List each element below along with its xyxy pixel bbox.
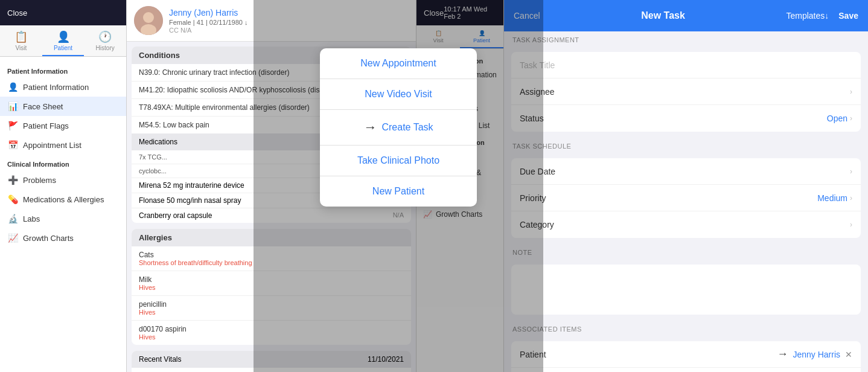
visit-icon: 📋 xyxy=(14,30,28,43)
tab-visit[interactable]: 📋 Visit xyxy=(0,25,42,56)
sidebar-item-face-sheet-label: Face Sheet xyxy=(23,102,63,111)
med-name: Flonase 50 mcg/inh nasal spray xyxy=(139,196,241,205)
popup-menu: New Appointment New Video Visit → Create… xyxy=(320,48,477,207)
status-value-text: Open xyxy=(827,114,847,123)
sidebar-item-face-sheet[interactable]: 📊 Face Sheet xyxy=(0,97,126,116)
problems-icon: ➕ xyxy=(7,175,18,185)
create-task-button[interactable]: → Create Task xyxy=(320,110,477,146)
associated-section: Patient → Jenny Harris ✕ Add Associated … xyxy=(511,341,861,372)
sidebar-item-patient-flags[interactable]: 🚩 Patient Flags xyxy=(0,116,126,135)
left-sidebar: Patient Information 👤 Patient Informatio… xyxy=(0,57,126,372)
left-top-bar: Close xyxy=(0,0,126,25)
assignee-field[interactable]: Assignee › xyxy=(511,79,861,105)
left-close-button[interactable]: Close xyxy=(7,8,27,18)
face-sheet-icon: 📊 xyxy=(7,101,18,112)
new-video-visit-button[interactable]: New Video Visit xyxy=(320,79,477,110)
chart-icon: 📈 xyxy=(7,232,18,243)
med-name: Cranberry oral capsule xyxy=(139,211,212,220)
create-task-arrow: → xyxy=(363,120,377,135)
left-panel: Close 📋 Visit 👤 Patient 🕐 History Patien… xyxy=(0,0,127,372)
remove-patient-button[interactable]: ✕ xyxy=(845,350,852,359)
assignee-value: › xyxy=(850,88,852,96)
sidebar-item-medications-allergies[interactable]: 💊 Medications & Allergies xyxy=(0,190,126,209)
task-form: TASK ASSIGNMENT Assignee › Status Open ›… xyxy=(504,31,868,372)
note-section xyxy=(511,265,861,315)
person-icon: 👤 xyxy=(7,82,18,92)
vitals-title: Recent Vitals xyxy=(139,355,181,364)
sidebar-item-growth-charts-label: Growth Charts xyxy=(23,234,74,243)
sidebar-item-problems-label: Problems xyxy=(23,176,56,185)
add-associated-button[interactable]: Add Associated Item xyxy=(511,368,861,372)
due-date-chevron-icon: › xyxy=(850,167,852,176)
category-field[interactable]: Category › xyxy=(511,211,861,238)
med-name: cyclobc... xyxy=(139,167,167,175)
tab-history[interactable]: 🕐 History xyxy=(84,25,126,56)
sidebar-item-appointment-list-label: Appointment List xyxy=(23,141,81,150)
schedule-section-label: TASK SCHEDULE xyxy=(504,138,868,152)
priority-value: Medium › xyxy=(817,193,852,203)
task-panel-title: New Task xyxy=(641,10,685,21)
task-top-right: Templates↓ Save xyxy=(786,11,858,21)
category-chevron-icon: › xyxy=(850,220,852,229)
templates-button[interactable]: Templates↓ xyxy=(786,11,829,21)
save-button[interactable]: Save xyxy=(838,11,858,21)
sidebar-item-growth-charts[interactable]: 📈 Growth Charts xyxy=(0,228,126,248)
due-date-field[interactable]: Due Date › xyxy=(511,158,861,185)
note-textarea[interactable] xyxy=(511,265,861,313)
main-area: Jenny (Jen) Harris Female | 41 | 02/11/1… xyxy=(127,0,416,372)
sidebar-item-patient-flags-label: Patient Flags xyxy=(23,121,69,130)
take-clinical-photo-button[interactable]: Take Clinical Photo xyxy=(320,146,477,176)
task-top-bar: Cancel New Task Templates↓ Save xyxy=(504,0,868,31)
tab-history-label: History xyxy=(96,45,115,51)
status-value: Open › xyxy=(827,114,852,123)
popup-overlay[interactable]: New Appointment New Video Visit → Create… xyxy=(254,0,543,372)
tab-patient[interactable]: 👤 Patient xyxy=(42,25,85,56)
status-chevron-icon: › xyxy=(850,114,852,123)
priority-chevron-icon: › xyxy=(850,194,852,202)
task-title-field xyxy=(511,52,861,79)
medications-icon: 💊 xyxy=(7,194,18,205)
sidebar-item-patient-info-label: Patient Information xyxy=(23,83,89,92)
sidebar-item-patient-information[interactable]: 👤 Patient Information xyxy=(0,77,126,97)
assignment-section: Assignee › Status Open › xyxy=(511,52,861,132)
tab-patient-label: Patient xyxy=(54,45,72,51)
history-icon: 🕐 xyxy=(98,30,112,43)
task-title-input[interactable] xyxy=(511,53,861,77)
associated-patient-value: Jenny Harris xyxy=(793,350,840,359)
new-appointment-button[interactable]: New Appointment xyxy=(320,48,477,79)
sidebar-item-labs-label: Labs xyxy=(23,214,40,223)
associated-patient-row: Patient → Jenny Harris ✕ xyxy=(511,341,861,368)
left-nav-tabs: 📋 Visit 👤 Patient 🕐 History xyxy=(0,25,126,57)
assignment-section-label: TASK ASSIGNMENT xyxy=(504,31,868,46)
patient-icon: 👤 xyxy=(57,30,70,43)
priority-field[interactable]: Priority Medium › xyxy=(511,185,861,211)
sidebar-item-problems[interactable]: ➕ Problems xyxy=(0,170,126,190)
assignee-chevron-icon: › xyxy=(850,88,852,96)
create-task-label: Create Task xyxy=(381,122,433,133)
med-name: Mirena 52 mg intrauterine device xyxy=(139,181,244,190)
sidebar-item-appointment-list[interactable]: 📅 Appointment List xyxy=(0,135,126,155)
patient-arrow-annotation: → xyxy=(777,348,788,361)
avatar xyxy=(134,6,163,35)
calendar-icon: 📅 xyxy=(7,140,18,150)
schedule-section: Due Date › Priority Medium › Category › xyxy=(511,158,861,238)
sidebar-item-labs[interactable]: 🔬 Labs xyxy=(0,209,126,228)
svg-point-1 xyxy=(143,12,154,23)
associated-patient-right: → Jenny Harris ✕ xyxy=(777,348,852,361)
clinical-info-section-header: Clinical Information xyxy=(0,155,126,170)
associated-section-label: ASSOCIATED ITEMS xyxy=(504,321,868,335)
new-patient-button[interactable]: New Patient xyxy=(320,176,477,207)
tab-visit-label: Visit xyxy=(15,45,27,51)
med-name: 7x TCG... xyxy=(139,153,167,161)
flag-icon: 🚩 xyxy=(7,120,18,131)
patient-info-section-header: Patient Information xyxy=(0,62,126,77)
status-field[interactable]: Status Open › xyxy=(511,105,861,132)
labs-icon: 🔬 xyxy=(7,213,18,224)
right-task-panel: Cancel New Task Templates↓ Save TASK ASS… xyxy=(504,0,868,372)
note-section-label: NOTE xyxy=(504,244,868,258)
sidebar-item-medications-label: Medications & Allergies xyxy=(23,195,104,204)
medications-title: Medications xyxy=(139,138,177,146)
priority-value-text: Medium xyxy=(817,193,847,203)
